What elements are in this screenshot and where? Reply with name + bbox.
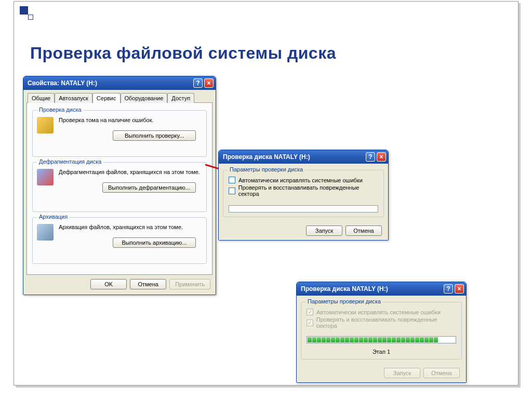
tab-autorun[interactable]: Автозапуск <box>55 93 92 103</box>
disk-check-icon <box>37 117 54 134</box>
window-title: Свойства: NATALY (H:) <box>28 79 192 87</box>
group-legend: Параметры проверки диска <box>228 166 305 172</box>
cancel-button[interactable]: Отмена <box>130 279 166 289</box>
checkbox-recover-sectors: ✓ Проверять и восстанавливать поврежденн… <box>307 316 456 329</box>
checkbox-icon: ✓ <box>307 320 313 326</box>
tab-sharing[interactable]: Доступ <box>167 93 194 103</box>
corner-decoration <box>20 6 35 22</box>
cancel-button: Отмена <box>423 368 460 378</box>
checkbox-fix-errors[interactable]: Автоматически исправлять системные ошибк… <box>229 177 378 183</box>
close-button[interactable]: × <box>204 78 214 88</box>
group-check-disk: Проверка диска Проверка тома на наличие … <box>32 110 207 157</box>
window-title: Проверка диска NATALY (H:) <box>301 285 442 292</box>
help-button[interactable]: ? <box>366 152 375 162</box>
checkbox-label: Проверять и восстанавливать поврежденные… <box>316 316 456 329</box>
help-button[interactable]: ? <box>444 284 453 294</box>
check-disk-running-dialog: Проверка диска NATALY (H:) ? × Параметры… <box>296 282 467 383</box>
progress-bar <box>307 336 456 343</box>
group-backup: Архивация Архивация файлов, хранящихся н… <box>32 217 207 264</box>
tab-hardware[interactable]: Оборудование <box>121 93 168 103</box>
window-title: Проверка диска NATALY (H:) <box>223 153 364 161</box>
slide-title: Проверка файловой системы диска <box>30 44 336 63</box>
titlebar[interactable]: Проверка диска NATALY (H:) ? × <box>297 282 466 296</box>
group-legend: Дефрагментация диска <box>37 158 103 165</box>
start-button: Запуск <box>384 368 420 378</box>
checkbox-label: Проверять и восстанавливать поврежденные… <box>238 184 378 197</box>
tab-service[interactable]: Сервис <box>92 93 121 103</box>
backup-icon <box>37 224 54 241</box>
group-legend: Архивация <box>37 214 70 220</box>
start-button[interactable]: Запуск <box>306 225 342 236</box>
group-defrag: Дефрагментация диска Дефрагментация файл… <box>32 162 207 212</box>
checkbox-icon <box>229 188 235 194</box>
titlebar[interactable]: Свойства: NATALY (H:) ? × <box>23 76 216 90</box>
help-button[interactable]: ? <box>193 78 203 88</box>
check-disk-dialog: Проверка диска NATALY (H:) ? × Параметры… <box>218 150 389 241</box>
group-legend: Проверка диска <box>37 107 84 113</box>
checkbox-fix-errors: ✓ Автоматически исправлять системные оши… <box>307 309 456 315</box>
checkbox-icon: ✓ <box>307 309 313 315</box>
group-description: Дефрагментация файлов, хранящихся на это… <box>59 169 201 175</box>
checkbox-label: Автоматически исправлять системные ошибк… <box>238 177 363 183</box>
ok-button[interactable]: OK <box>90 279 127 289</box>
close-button[interactable]: × <box>377 152 386 162</box>
checkbox-label: Автоматически исправлять системные ошибк… <box>316 309 441 315</box>
tab-panel-service: Проверка диска Проверка тома на наличие … <box>26 102 212 275</box>
checkbox-recover-sectors[interactable]: Проверять и восстанавливать поврежденные… <box>229 184 378 197</box>
run-backup-button[interactable]: Выполнить архивацию... <box>113 237 196 248</box>
tabstrip: Общие Автозапуск Сервис Оборудование Дос… <box>26 93 212 103</box>
group-params: Параметры проверки диска ✓ Автоматически… <box>301 302 462 360</box>
group-description: Проверка тома на наличие ошибок. <box>59 117 201 123</box>
stage-label: Этап 1 <box>307 349 456 355</box>
titlebar[interactable]: Проверка диска NATALY (H:) ? × <box>219 150 388 164</box>
group-legend: Параметры проверки диска <box>305 298 383 304</box>
apply-button: Применить <box>169 279 210 289</box>
group-description: Архивация файлов, хранящихся на этом том… <box>59 224 201 230</box>
group-params: Параметры проверки диска Автоматически и… <box>223 170 384 217</box>
close-button[interactable]: × <box>455 284 464 294</box>
defrag-icon <box>37 169 54 185</box>
run-check-button[interactable]: Выполнить проверку... <box>113 130 196 141</box>
run-defrag-button[interactable]: Выполнить дефрагментацию... <box>102 182 196 193</box>
checkbox-icon <box>229 177 235 183</box>
tab-general[interactable]: Общие <box>28 93 55 103</box>
cancel-button[interactable]: Отмена <box>345 225 382 236</box>
progress-bar <box>229 205 378 212</box>
disk-properties-window: Свойства: NATALY (H:) ? × Общие Автозапу… <box>23 76 216 295</box>
